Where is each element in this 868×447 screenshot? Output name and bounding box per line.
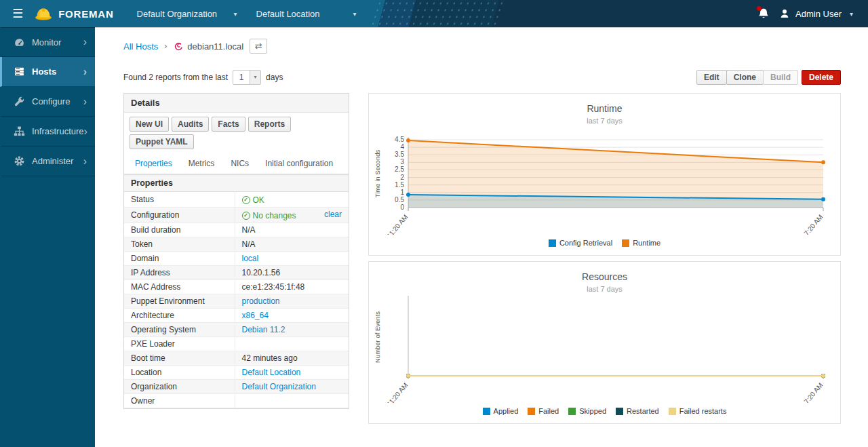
legend-swatch-icon [616,408,623,415]
legend-label: Restarted [627,407,659,415]
svg-text:2: 2 [400,174,404,181]
operating-system-link[interactable]: Debian 11.2 [242,325,285,334]
organization-selector[interactable]: Default Organization ▾ [127,0,247,27]
property-value [235,337,349,351]
legend-swatch-icon [483,408,490,415]
property-label: Boot time [124,351,235,366]
chevron-down-icon: ▾ [353,10,357,18]
sidebar-item-label: Monitor [32,37,83,47]
edit-button[interactable]: Edit [696,70,727,85]
status-text: OK [253,195,264,205]
sidebar-item-administer[interactable]: Administer› [0,147,95,176]
details-panel: Details New UIAuditsFactsReportsPuppet Y… [123,93,349,409]
new-ui-button[interactable]: New UI [130,117,169,132]
property-value: N/A [235,223,349,237]
user-name: Admin User [795,9,842,19]
wrench-icon [14,96,25,107]
legend-swatch-icon [568,408,576,415]
property-label: Domain [124,252,235,266]
facts-button[interactable]: Facts [212,117,245,132]
chart-plot: Number of Events11/25, 11:20 AM12/16, 7:… [371,296,839,403]
legend-item[interactable]: Failed [528,407,559,415]
clone-button[interactable]: Clone [726,70,764,85]
legend-swatch-icon [622,239,629,247]
reports-button[interactable]: Reports [248,117,291,132]
sidebar-item-hosts[interactable]: Hosts› [0,57,95,87]
chart-title: Runtime [369,94,840,114]
svg-text:3: 3 [400,158,404,166]
legend-swatch-icon [669,408,676,415]
property-value: Default Location [235,366,349,380]
top-navbar: ☰ FOREMAN Default Organization ▾ Default… [0,0,868,27]
table-row: Owner [124,394,349,408]
location-link[interactable]: Default Location [242,368,301,377]
svg-text:0.5: 0.5 [395,196,404,203]
property-label: Operating System [124,323,235,337]
host-name: debian11.local [187,41,243,52]
property-label: PXE Loader [124,337,235,351]
notification-bell-icon[interactable] [757,7,770,20]
organization-link[interactable]: Default Organization [242,382,316,391]
svg-text:1.5: 1.5 [395,181,404,189]
tab-nics[interactable]: NICs [224,153,256,174]
breadcrumb-separator-icon: › [164,41,167,51]
host-switcher-button[interactable]: ⇄ [250,39,267,54]
all-hosts-link[interactable]: All Hosts [123,41,158,52]
tab-metrics[interactable]: Metrics [182,153,222,174]
legend-swatch-icon [528,408,535,415]
legend-swatch-icon [549,239,556,247]
legend-label: Applied [494,407,519,415]
legend-item[interactable]: Runtime [622,239,660,247]
table-row: Puppet Environmentproduction [124,294,349,309]
domain-link[interactable]: local [242,254,259,263]
table-row: TokenN/A [124,237,349,252]
property-value: 10.20.1.56 [235,266,349,280]
legend-item[interactable]: Restarted [616,407,659,415]
user-menu[interactable]: Admin User ▾ [779,8,853,19]
svg-text:3.5: 3.5 [395,151,404,158]
property-value: Default Organization [235,380,349,394]
reports-summary: Found 2 reports from the last 1 ▾ days [123,70,283,85]
resources-chart-panel: Resourceslast 7 daysNumber of Events11/2… [368,261,841,424]
property-value [235,394,349,408]
tab-initial-configuration[interactable]: Initial configuration [258,153,340,174]
x-axis-tick-label: 12/16, 7:20 AM [789,381,824,403]
table-row: Domainlocal [124,252,349,266]
legend-item[interactable]: Config Retrieval [549,239,612,247]
table-row: Build durationN/A [124,223,349,237]
architecture-link[interactable]: x86_64 [242,311,269,320]
status-text: No changes [253,211,296,220]
tab-properties[interactable]: Properties [128,153,179,174]
puppet-yaml-button[interactable]: Puppet YAML [130,134,194,149]
chart-legend: Config RetrievalRuntime [369,239,840,247]
legend-item[interactable]: Failed restarts [669,407,727,415]
table-row: Architecturex86_64 [124,309,349,323]
audits-button[interactable]: Audits [172,117,209,132]
clear-link[interactable]: clear [324,210,342,219]
sitemap-icon [14,125,25,137]
legend-item[interactable]: Skipped [568,407,606,415]
x-axis-tick-label: 11/25, 11:20 AM [372,381,409,403]
chevron-right-icon: › [83,156,87,167]
property-value: production [235,294,349,309]
table-row: MAC Addressce:e1:23:45:1f:48 [124,280,349,294]
puppet-environment-link[interactable]: production [242,296,280,306]
sidebar-item-infrastructure[interactable]: Infrastructure› [0,117,95,147]
sidebar-item-configure[interactable]: Configure› [0,87,95,117]
property-value: N/A [235,237,349,252]
hamburger-menu-icon[interactable]: ☰ [0,6,34,21]
build-button[interactable]: Build [763,70,798,85]
property-label: Owner [124,394,235,408]
legend-item[interactable]: Applied [483,407,519,415]
chevron-down-icon: ▾ [250,71,260,84]
location-selector[interactable]: Default Location ▾ [247,0,366,27]
chart-plot: 00.511.522.533.544.5Time in Seconds11/25… [371,128,839,235]
chevron-right-icon: › [84,126,87,137]
sidebar-item-monitor[interactable]: Monitor› [0,27,95,57]
delete-button[interactable]: Delete [802,70,841,85]
x-axis-tick-label: 11/25, 11:20 AM [372,213,409,235]
svg-text:Number of Events: Number of Events [374,311,381,363]
days-select[interactable]: 1 ▾ [233,70,261,85]
details-tabs: PropertiesMetricsNICsInitial configurati… [124,153,349,174]
svg-text:Time in Seconds: Time in Seconds [374,150,381,198]
